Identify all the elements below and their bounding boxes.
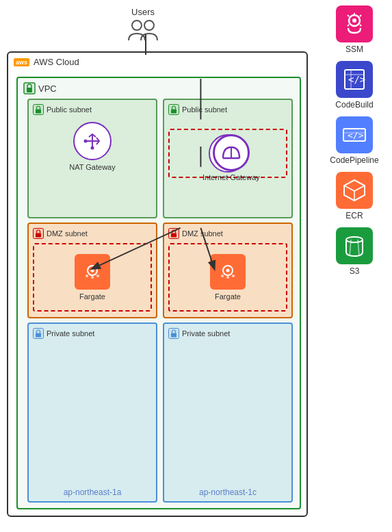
private-subnet-az1-label: Private subnet [47,329,94,338]
users-label: Users [131,7,155,17]
svg-point-0 [132,21,142,30]
dmz-az2-dashed-border: Fargate [168,243,287,312]
svg-line-48 [360,15,361,16]
lock-red-az2 [168,228,179,239]
nat-gateway-label: NAT Gateway [69,163,115,171]
ig-label: Internet Gateway [202,173,260,181]
az1-column: Public subnet [27,99,157,503]
fargate-az2-label: Fargate [215,292,241,301]
private-subnet-az1: Private subnet [27,322,157,503]
users-icon [127,18,159,43]
svg-point-19 [96,275,99,277]
public-subnet-az1-header: Public subnet [33,104,152,115]
dmz-subnet-az2-header: DMZ subnet [168,228,287,239]
internet-gateway: Internet Gateway [202,134,260,181]
svg-point-16 [91,269,94,273]
public-subnet-az1-label: Public subnet [47,105,92,114]
vpc-label: VPC [38,84,57,94]
svg-point-38 [232,275,235,277]
svg-point-35 [226,269,230,273]
vpc-lock-icon [23,82,36,94]
svg-point-46 [352,18,356,23]
aws-badge: aws [14,58,29,66]
ecr-icon [336,172,373,209]
svg-rect-3 [27,88,32,92]
private-subnet-az2-header: Private subnet [168,328,287,339]
private-subnet-az1-header: Private subnet [33,328,152,339]
service-codebuild: </> CodeBuild [335,61,373,110]
codepipeline-label: CodePipeline [330,155,378,165]
vpc-box: VPC Internet Gateway [16,77,301,509]
lock-blue-az1 [33,328,44,339]
nat-gateway: NAT Gateway [33,122,152,171]
svg-rect-7 [36,110,41,114]
ecr-label: ECR [345,211,363,220]
public-subnet-az2-label: Public subnet [182,105,227,114]
ig-icon [213,134,250,171]
diagram-area: Users aws AWS Cloud [0,0,317,532]
aws-cloud-label: AWS Cloud [34,57,79,67]
svg-line-50 [348,15,349,16]
svg-rect-23 [171,110,177,114]
dmz-az1-dashed-border: Fargate [33,243,152,312]
nat-gateway-icon [73,122,112,160]
lock-red-az1 [33,228,44,239]
fargate-az2-icon [210,254,246,290]
svg-point-36 [221,275,224,277]
dmz-subnet-az2-label: DMZ subnet [182,229,223,238]
s3-icon [336,227,373,264]
fargate-az1-icon [75,254,110,290]
fargate-az1: Fargate [75,254,110,301]
codebuild-icon: </> [336,61,373,98]
az1-label: ap-northeast-1a [64,487,122,497]
svg-point-1 [144,21,154,30]
svg-rect-32 [171,233,177,238]
dmz-subnet-az1-header: DMZ subnet [33,228,152,239]
dmz-subnet-az2: DMZ subnet [163,223,293,318]
service-codepipeline: </> CodePipeline [330,116,378,165]
public-subnet-az1: Public subnet [27,99,157,218]
codepipeline-icon: </> [336,116,373,153]
svg-text:</>: </> [348,130,364,140]
service-ssm: SSM [336,5,373,54]
svg-line-51 [348,25,349,26]
dmz-subnet-az1: DMZ subnet [27,223,157,318]
svg-point-62 [346,237,363,242]
codebuild-label: CodeBuild [335,100,373,110]
svg-line-49 [360,25,361,26]
users-section: Users [127,7,159,43]
svg-rect-13 [36,233,41,238]
service-s3: S3 [336,227,373,276]
s3-label: S3 [350,266,360,276]
vpc-header: VPC [23,82,57,94]
lock-blue-az2 [168,328,179,339]
aws-cloud-header: aws AWS Cloud [14,57,79,67]
dmz-subnet-az1-label: DMZ subnet [47,229,88,238]
svg-line-59 [344,186,354,191]
lock-green-az2 [168,104,179,115]
az2-label: ap-northeast-1c [199,487,257,497]
fargate-az2: Fargate [210,254,246,301]
svg-point-37 [226,276,229,279]
ssm-label: SSM [345,45,363,54]
svg-line-60 [354,186,365,191]
fargate-az1-label: Fargate [79,292,105,301]
right-sidebar: SSM </> CodeBuild [317,0,392,532]
public-subnet-az2-header: Public subnet [168,104,287,115]
private-subnet-az2-label: Private subnet [182,329,230,338]
svg-point-10 [84,140,88,143]
svg-rect-21 [36,333,41,338]
svg-point-17 [86,275,88,277]
private-subnet-az2: Private subnet [163,322,293,503]
main-container: Users aws AWS Cloud [0,0,392,532]
svg-rect-40 [171,333,177,338]
aws-cloud-box: aws AWS Cloud VPC [7,51,308,517]
svg-point-11 [91,147,94,150]
svg-point-18 [91,276,94,279]
service-ecr: ECR [336,172,373,220]
lock-green-az1 [33,104,44,115]
ssm-icon [336,5,373,42]
